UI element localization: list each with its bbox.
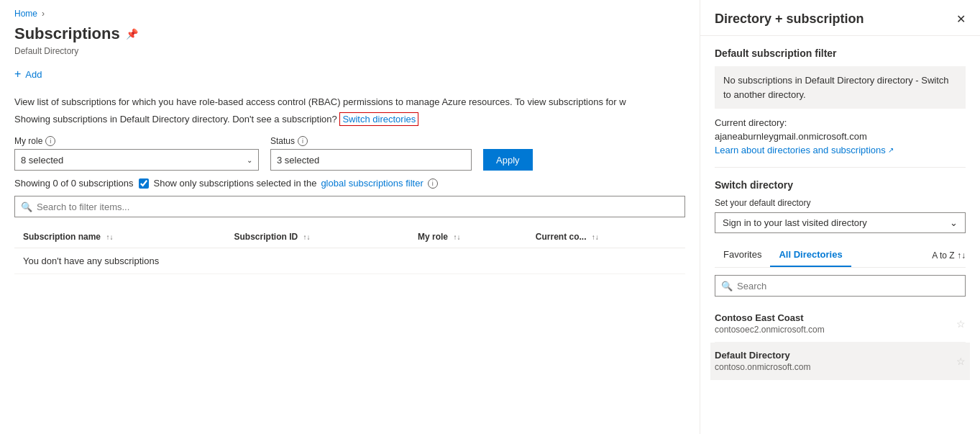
star-icon-contoso-east[interactable]: ☆ — [956, 318, 966, 330]
checkbox-container: Show only subscriptions selected in the … — [139, 178, 437, 189]
showing-row: Showing 0 of 0 subscriptions Show only s… — [14, 178, 685, 189]
col-my-role: My role ↑↓ — [409, 226, 527, 248]
external-link-icon: ↗ — [888, 146, 894, 154]
sort-icon-3[interactable]: ↑↓ — [453, 233, 460, 241]
search-bar: 🔍 — [14, 196, 685, 217]
default-filter-title: Default subscription filter — [715, 48, 966, 59]
directory-item-contoso-east[interactable]: Contoso East Coast contosoec2.onmicrosof… — [715, 305, 966, 343]
panel-search-icon: 🔍 — [721, 281, 733, 291]
no-data-message: You don't have any subscriptions — [14, 248, 685, 274]
panel-body: Default subscription filter No subscript… — [700, 36, 980, 434]
divider — [715, 167, 966, 168]
table-row-empty: You don't have any subscriptions — [14, 248, 685, 274]
table-header-row: Subscription name ↑↓ Subscription ID ↑↓ … — [14, 226, 685, 248]
description: View list of subscriptions for which you… — [14, 95, 685, 109]
panel-search-bar: 🔍 — [715, 275, 966, 297]
my-role-dropdown[interactable]: 8 selected ⌄ — [14, 149, 259, 171]
panel: Directory + subscription ✕ Default subsc… — [700, 0, 980, 434]
global-filter-checkbox[interactable] — [139, 178, 149, 189]
col-subscription-id: Subscription ID ↑↓ — [226, 226, 409, 248]
tab-sort[interactable]: A to Z ↑↓ — [932, 250, 966, 261]
breadcrumb-separator: › — [42, 9, 45, 19]
set-default-label: Set your default directory — [715, 198, 966, 208]
filter-info-icon[interactable]: i — [428, 178, 438, 189]
breadcrumb-home[interactable]: Home — [14, 9, 37, 19]
my-role-filter: My role i 8 selected ⌄ — [14, 136, 259, 171]
status-label: Status — [270, 136, 295, 146]
description-line2: Showing subscriptions in Default Directo… — [14, 112, 685, 127]
tab-all-directories[interactable]: All Directories — [770, 243, 851, 267]
add-button[interactable]: + Add — [14, 65, 42, 83]
info-box: No subscriptions in Default Directory di… — [715, 66, 966, 109]
dropdown-chevron-icon: ⌄ — [950, 217, 958, 228]
breadcrumb: Home › — [14, 9, 685, 19]
subscriptions-table: Subscription name ↑↓ Subscription ID ↑↓ … — [14, 226, 685, 274]
page-subtitle: Default Directory — [14, 46, 685, 56]
current-dir-label: Current directory: — [715, 117, 966, 128]
tab-favorites[interactable]: Favorites — [715, 243, 770, 267]
directory-item-default[interactable]: Default Directory contoso.onmicrosoft.co… — [710, 343, 970, 380]
switch-section-title: Switch directory — [715, 179, 966, 191]
add-label: Add — [25, 69, 42, 80]
sort-icon-4[interactable]: ↑↓ — [592, 233, 599, 241]
my-role-label: My role — [14, 136, 42, 146]
col-subscription-name: Subscription name ↑↓ — [14, 226, 226, 248]
directory-list: Contoso East Coast contosoec2.onmicrosof… — [715, 305, 966, 380]
sort-icon[interactable]: ↑↓ — [106, 233, 113, 241]
dir-name-contoso-east: Contoso East Coast — [715, 312, 825, 323]
status-dropdown[interactable]: 3 selected — [270, 149, 472, 171]
showing-text: Showing 0 of 0 subscriptions — [14, 178, 133, 189]
status-value: 3 selected — [277, 155, 465, 166]
checkbox-label: Show only subscriptions selected in the — [153, 178, 316, 189]
status-filter: Status i 3 selected — [270, 136, 472, 171]
switch-directory-section: Switch directory Set your default direct… — [715, 179, 966, 233]
switch-directories-link[interactable]: Switch directories — [339, 112, 418, 126]
chevron-down-icon: ⌄ — [247, 156, 252, 164]
my-role-info-icon[interactable]: i — [45, 136, 55, 146]
page-title: Subscriptions 📌 — [14, 24, 685, 43]
panel-search-input[interactable] — [737, 281, 959, 291]
filters-row: My role i 8 selected ⌄ Status i 3 select… — [14, 136, 685, 171]
learn-link[interactable]: Learn about directories and subscription… — [715, 145, 894, 155]
col-current-cost: Current co... ↑↓ — [527, 226, 685, 248]
close-button[interactable]: ✕ — [956, 12, 966, 26]
dropdown-value: Sign in to your last visited directory — [723, 217, 867, 228]
search-icon: 🔍 — [21, 202, 32, 212]
star-icon-default[interactable]: ☆ — [956, 356, 966, 367]
dir-domain-contoso-east: contosoec2.onmicrosoft.com — [715, 325, 825, 335]
panel-title: Directory + subscription — [715, 12, 864, 27]
dir-name-default: Default Directory — [715, 350, 810, 361]
global-filter-link[interactable]: global subscriptions filter — [321, 178, 423, 189]
panel-header: Directory + subscription ✕ — [700, 0, 980, 36]
directory-dropdown[interactable]: Sign in to your last visited directory ⌄ — [715, 212, 966, 233]
current-dir-email: ajaneaburnleygmail.onmicrosoft.com — [715, 131, 966, 142]
dir-domain-default: contoso.onmicrosoft.com — [715, 362, 810, 372]
my-role-value: 8 selected — [21, 155, 247, 166]
status-info-icon[interactable]: i — [298, 136, 308, 146]
apply-button[interactable]: Apply — [483, 149, 533, 171]
main-content: Home › Subscriptions 📌 Default Directory… — [0, 0, 700, 434]
pin-icon[interactable]: 📌 — [126, 28, 138, 40]
tabs-row: Favorites All Directories A to Z ↑↓ — [715, 243, 966, 268]
search-input[interactable] — [37, 202, 679, 212]
info-message: No subscriptions in Default Directory di… — [723, 75, 949, 100]
sort-icon-2[interactable]: ↑↓ — [303, 233, 311, 241]
